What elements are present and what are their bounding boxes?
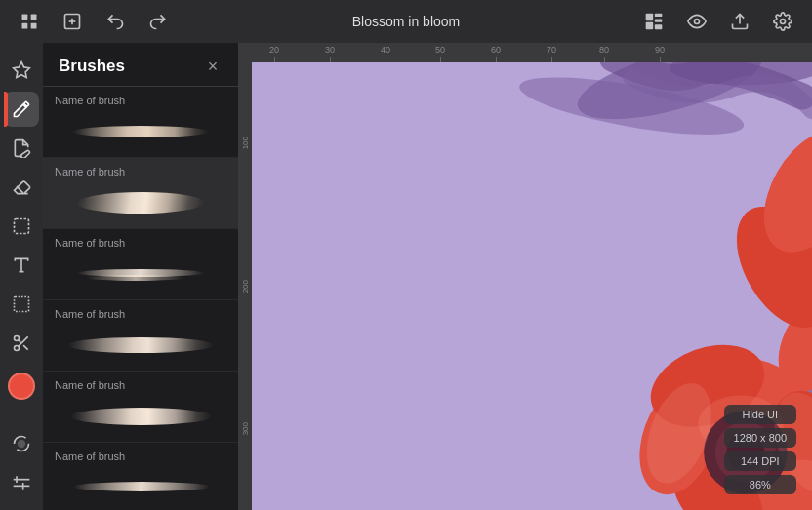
ruler-label-30: 30 — [325, 45, 335, 55]
ruler-label-40: 40 — [381, 45, 390, 55]
brushes-panel: Brushes × Name of brush Name of brush Na… — [43, 43, 238, 510]
ruler-label-60: 60 — [491, 45, 501, 55]
svg-point-12 — [695, 20, 700, 24]
brush-preview-3 — [55, 253, 226, 295]
share-button[interactable] — [726, 8, 753, 35]
svg-point-20 — [15, 346, 20, 351]
color-swatch[interactable] — [8, 373, 35, 400]
topbar-right — [640, 8, 796, 35]
svg-rect-10 — [655, 24, 663, 29]
cut-tool-button[interactable] — [4, 326, 39, 361]
brush-item-4[interactable]: Name of brush — [43, 300, 238, 372]
new-canvas-button[interactable] — [59, 8, 86, 35]
resolution-badge: 1280 x 800 — [724, 428, 796, 448]
svg-rect-15 — [15, 219, 29, 234]
modify-tool-button[interactable] — [4, 53, 39, 88]
ruler-label-20: 20 — [269, 45, 279, 55]
topbar: Blossom in bloom — [0, 0, 812, 43]
text-tool-button[interactable] — [4, 248, 39, 283]
gallery-button[interactable] — [16, 8, 43, 35]
svg-line-23 — [19, 340, 21, 343]
ruler-label-90: 90 — [655, 45, 665, 55]
brush-tool-button[interactable] — [4, 92, 39, 127]
brush-preview-4 — [55, 324, 226, 367]
svg-rect-1 — [31, 15, 37, 20]
ruler-left: 100 200 300 — [238, 62, 252, 510]
redo-button[interactable] — [144, 8, 172, 35]
brush-preview-2 — [55, 181, 226, 224]
brush-item-1[interactable]: Name of brush — [43, 87, 238, 158]
brush-name-3: Name of brush — [55, 237, 226, 249]
brush-preview-1 — [55, 110, 226, 153]
svg-rect-18 — [15, 297, 29, 312]
svg-rect-2 — [22, 23, 28, 29]
zoom-badge: 86% — [724, 475, 796, 494]
ruler-top: 20 30 40 50 60 70 — [238, 43, 812, 62]
brush-item-3[interactable]: Name of brush — [43, 229, 238, 300]
brush-name-4: Name of brush — [55, 308, 226, 320]
undo-button[interactable] — [102, 8, 129, 35]
svg-point-14 — [781, 20, 786, 24]
svg-line-22 — [23, 345, 28, 350]
ruler-label-50: 50 — [435, 45, 445, 55]
brush-item-6[interactable]: Name of brush — [43, 443, 238, 510]
svg-rect-0 — [22, 15, 28, 20]
preview-button[interactable] — [683, 8, 710, 35]
dpi-badge: 144 DPI — [724, 451, 796, 471]
svg-rect-8 — [655, 14, 663, 17]
brush-preview-5 — [55, 395, 226, 438]
timeline-button[interactable] — [4, 465, 39, 500]
info-panel: Hide UI 1280 x 800 144 DPI 86% — [724, 405, 796, 494]
svg-rect-9 — [655, 20, 663, 22]
svg-rect-3 — [31, 23, 37, 29]
hide-ui-badge[interactable]: Hide UI — [724, 405, 796, 424]
svg-rect-11 — [646, 22, 654, 30]
smudge-tool-button[interactable] — [4, 131, 39, 166]
brush-name-6: Name of brush — [55, 451, 226, 462]
brushes-header: Brushes × — [43, 43, 238, 87]
topbar-left — [16, 8, 172, 35]
canvas-area[interactable]: 20 30 40 50 60 70 — [238, 43, 812, 510]
brush-preview-6 — [55, 466, 226, 509]
svg-point-25 — [19, 441, 25, 448]
settings-button[interactable] — [769, 8, 796, 35]
brush-item-2[interactable]: Name of brush — [43, 158, 238, 229]
brushes-close-button[interactable]: × — [203, 57, 223, 76]
layout-button[interactable] — [640, 8, 668, 35]
ruler-label-80: 80 — [599, 45, 609, 55]
brush-name-2: Name of brush — [55, 166, 226, 177]
brush-name-1: Name of brush — [55, 95, 226, 106]
brushes-title: Brushes — [59, 57, 125, 76]
left-toolbar — [0, 43, 43, 510]
svg-point-19 — [15, 336, 20, 341]
brush-name-5: Name of brush — [55, 379, 226, 391]
active-indicator — [4, 92, 8, 127]
svg-rect-7 — [646, 14, 654, 21]
brushes-list: Name of brush Name of brush Name of brus… — [43, 87, 238, 510]
animation-tool-button[interactable] — [4, 426, 39, 461]
brush-item-5[interactable]: Name of brush — [43, 372, 238, 443]
erase-tool-button[interactable] — [4, 170, 39, 205]
select-tool-button[interactable] — [4, 209, 39, 244]
ruler-label-70: 70 — [547, 45, 556, 55]
document-title: Blossom in bloom — [352, 14, 461, 29]
marquee-tool-button[interactable] — [4, 287, 39, 322]
